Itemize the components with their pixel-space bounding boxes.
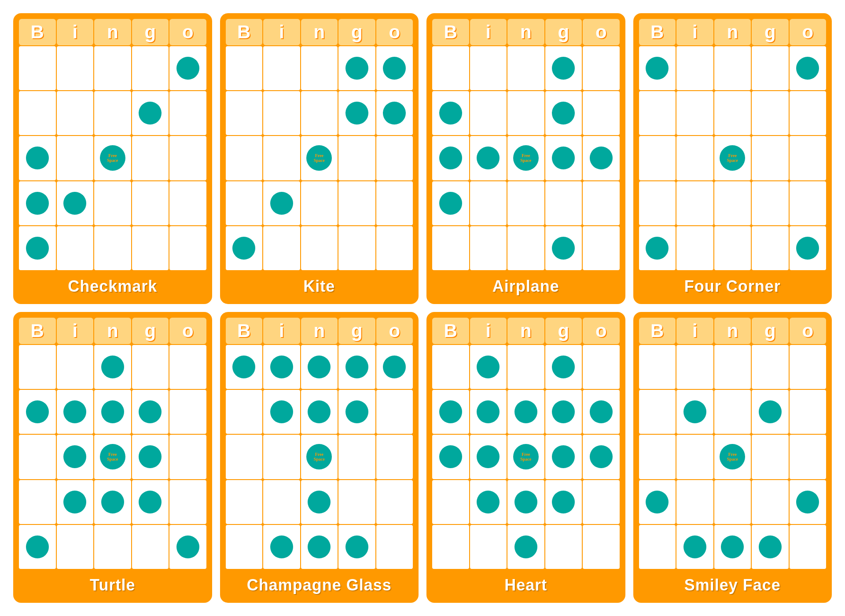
marker-dot (552, 147, 575, 169)
cell-4-3 (752, 226, 789, 270)
marker-dot (308, 491, 331, 513)
marker-dot (270, 535, 293, 558)
cell-0-4 (583, 46, 620, 90)
cell-3-1 (57, 480, 94, 524)
cell-1-2 (301, 390, 338, 434)
free-space: Free Space (306, 444, 332, 469)
marker-dot (139, 102, 162, 125)
card-smiley-face: BingoFree SpaceSmiley Face (633, 312, 832, 603)
cell-1-2 (507, 91, 544, 135)
header-letter-i: i (263, 318, 300, 344)
cell-0-2 (94, 46, 131, 90)
marker-dot (439, 192, 462, 215)
cell-2-0 (639, 435, 676, 479)
marker-dot (552, 102, 575, 125)
cell-2-4 (169, 136, 206, 180)
cell-2-0 (19, 136, 56, 180)
cell-1-1 (263, 390, 300, 434)
marker-dot (139, 445, 162, 468)
header-four-corner: Bingo (639, 19, 827, 45)
cell-0-3 (752, 46, 789, 90)
cell-3-2 (714, 480, 751, 524)
label-text-turtle: Turtle (90, 576, 135, 594)
cell-0-0 (639, 345, 676, 389)
cell-4-4 (790, 525, 827, 569)
cell-2-2: Free Space (94, 136, 131, 180)
cell-4-0 (19, 525, 56, 569)
header-letter-i: i (57, 19, 94, 45)
card-four-corner: BingoFree SpaceFour Corner (633, 13, 832, 304)
cell-1-4 (376, 91, 413, 135)
cell-4-3 (338, 226, 375, 270)
header-letter-n: n (507, 19, 544, 45)
cell-3-0 (19, 480, 56, 524)
cell-3-0 (226, 480, 263, 524)
marker-dot (683, 535, 706, 558)
header-letter-o: o (583, 19, 620, 45)
cell-4-2 (507, 226, 544, 270)
cell-0-0 (432, 345, 469, 389)
cell-4-4 (376, 525, 413, 569)
label-text-heart: Heart (504, 576, 547, 594)
cell-0-3 (545, 345, 582, 389)
cell-1-1 (263, 91, 300, 135)
marker-dot (63, 491, 86, 513)
cell-4-4 (376, 226, 413, 270)
header-letter-B: B (226, 19, 263, 45)
free-space: Free Space (306, 145, 332, 171)
cell-2-1 (470, 136, 507, 180)
cell-2-1 (676, 136, 713, 180)
cell-1-3 (132, 390, 169, 434)
marker-dot (383, 102, 406, 125)
marker-dot (345, 356, 368, 378)
marker-dot (552, 237, 575, 260)
cell-4-4 (583, 525, 620, 569)
cell-0-1 (470, 46, 507, 90)
marker-dot (101, 356, 124, 378)
card-heart: BingoFree SpaceHeart (426, 312, 625, 603)
marker-dot (796, 57, 819, 80)
cell-0-4 (376, 345, 413, 389)
cell-4-1 (57, 226, 94, 270)
cell-3-1 (57, 181, 94, 225)
cell-2-0 (226, 136, 263, 180)
header-letter-i: i (263, 19, 300, 45)
marker-dot (796, 491, 819, 513)
cell-1-1 (470, 91, 507, 135)
cell-2-3 (545, 136, 582, 180)
cell-4-2 (507, 525, 544, 569)
cell-2-3 (752, 435, 789, 479)
cell-0-2 (714, 345, 751, 389)
cell-0-0 (226, 46, 263, 90)
marker-dot (514, 400, 537, 423)
cell-4-1 (263, 226, 300, 270)
board-airplane: BingoFree Space (429, 15, 623, 272)
cell-0-4 (583, 345, 620, 389)
cell-4-1 (676, 525, 713, 569)
cell-2-0 (639, 136, 676, 180)
cell-3-1 (470, 181, 507, 225)
cell-4-2 (94, 226, 131, 270)
cell-0-1 (263, 46, 300, 90)
marker-dot (270, 192, 293, 215)
header-letter-B: B (639, 318, 676, 344)
cell-2-4 (376, 435, 413, 479)
cell-2-3 (545, 435, 582, 479)
card-kite: BingoFree SpaceKite (220, 13, 419, 304)
cell-0-0 (19, 345, 56, 389)
label-text-airplane: Airplane (492, 277, 559, 295)
cell-4-1 (676, 226, 713, 270)
cell-4-3 (752, 525, 789, 569)
cell-0-1 (470, 345, 507, 389)
cell-1-1 (57, 390, 94, 434)
cell-1-4 (583, 91, 620, 135)
cell-2-3 (338, 435, 375, 479)
marker-dot (63, 445, 86, 468)
cell-1-2 (94, 91, 131, 135)
cell-3-3 (132, 480, 169, 524)
cell-1-2 (714, 390, 751, 434)
cell-1-1 (470, 390, 507, 434)
label-box-smiley-face: Smiley Face (637, 572, 828, 598)
cell-0-2 (301, 46, 338, 90)
cell-0-4 (376, 46, 413, 90)
